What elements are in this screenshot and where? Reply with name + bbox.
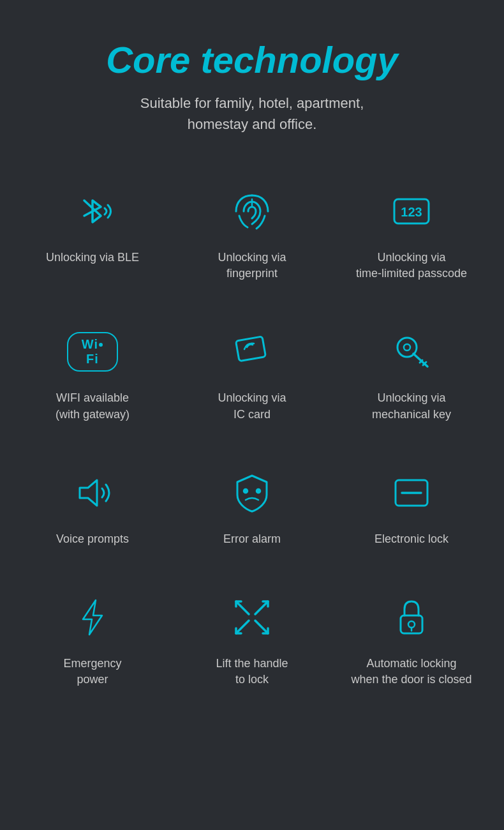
svg-point-19 xyxy=(408,621,415,628)
feature-voice: Voice prompts xyxy=(13,448,172,566)
electronic-icon xyxy=(386,467,437,518)
feature-auto-lock-label: Automatic lockingwhen the door is closed xyxy=(351,656,471,688)
page-title: Core technology xyxy=(106,38,398,81)
svg-point-10 xyxy=(256,489,260,493)
feature-lift-handle: Lift the handleto lock xyxy=(172,573,332,707)
lift-handle-icon xyxy=(226,592,278,643)
svg-marker-13 xyxy=(83,600,102,635)
feature-electronic-label: Electronic lock xyxy=(374,531,448,547)
autolock-icon xyxy=(386,592,437,643)
ic-card-icon xyxy=(226,326,278,377)
feature-emergency: Emergencypower xyxy=(13,573,172,707)
feature-ble-label: Unlocking via BLE xyxy=(46,250,139,266)
feature-ic-card-label: Unlocking viaIC card xyxy=(218,390,286,422)
feature-ble: Unlocking via BLE xyxy=(13,167,172,301)
feature-alarm: Error alarm xyxy=(172,448,332,566)
lightning-icon xyxy=(67,592,118,643)
feature-fingerprint-label: Unlocking viafingerprint xyxy=(218,250,286,282)
feature-wifi: WiFi WIFI available(with gateway) xyxy=(13,307,172,441)
feature-emergency-label: Emergencypower xyxy=(63,656,121,688)
svg-point-9 xyxy=(244,489,248,493)
wifi-icon: WiFi xyxy=(67,326,118,377)
passcode-icon: 123 xyxy=(386,186,437,237)
svg-line-15 xyxy=(255,601,268,614)
fingerprint-icon xyxy=(226,186,278,237)
feature-auto-lock: Automatic lockingwhen the door is closed xyxy=(332,573,491,707)
feature-lift-handle-label: Lift the handleto lock xyxy=(216,656,288,688)
feature-key-label: Unlocking viamechanical key xyxy=(372,390,451,422)
feature-key: Unlocking viamechanical key xyxy=(332,307,491,441)
svg-text:123: 123 xyxy=(401,205,422,219)
svg-line-14 xyxy=(236,601,249,614)
alarm-icon xyxy=(226,467,278,518)
feature-voice-label: Voice prompts xyxy=(56,531,129,547)
feature-electronic: Electronic lock xyxy=(332,448,491,566)
feature-fingerprint: Unlocking viafingerprint xyxy=(172,167,332,301)
speaker-icon xyxy=(67,467,118,518)
svg-line-5 xyxy=(413,354,427,366)
feature-passcode: 123 Unlocking viatime-limited passcode xyxy=(332,167,491,301)
feature-alarm-label: Error alarm xyxy=(223,531,281,547)
key-icon xyxy=(386,326,437,377)
features-grid: Unlocking via BLE Unlocking viafingerpri… xyxy=(13,167,491,707)
svg-line-16 xyxy=(236,621,249,633)
page-subtitle: Suitable for family, hotel, apartment,ho… xyxy=(140,93,364,135)
feature-passcode-label: Unlocking viatime-limited passcode xyxy=(356,250,467,282)
svg-marker-8 xyxy=(80,480,97,506)
bluetooth-icon xyxy=(67,186,118,237)
svg-line-17 xyxy=(255,621,268,633)
svg-point-4 xyxy=(404,344,410,351)
svg-rect-2 xyxy=(236,336,266,361)
feature-ic-card: Unlocking viaIC card xyxy=(172,307,332,441)
feature-wifi-label: WIFI available(with gateway) xyxy=(56,390,130,422)
